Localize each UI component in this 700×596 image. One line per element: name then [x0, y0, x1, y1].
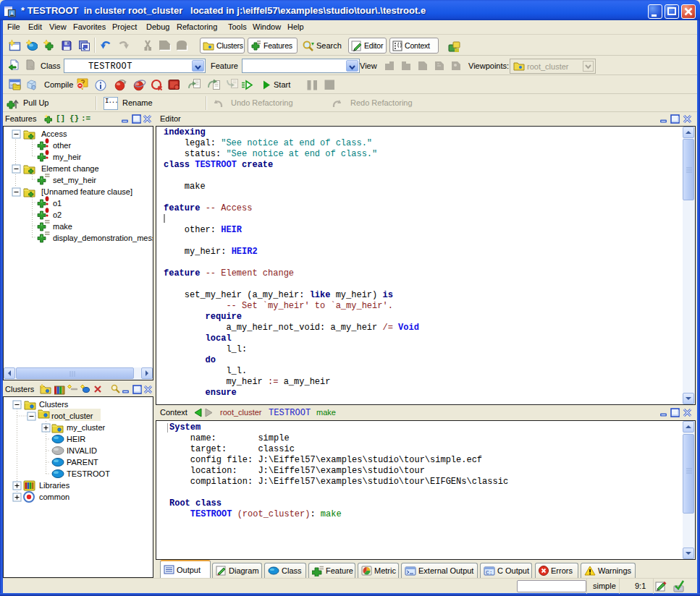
- svg-text:C:: C:: [486, 569, 493, 576]
